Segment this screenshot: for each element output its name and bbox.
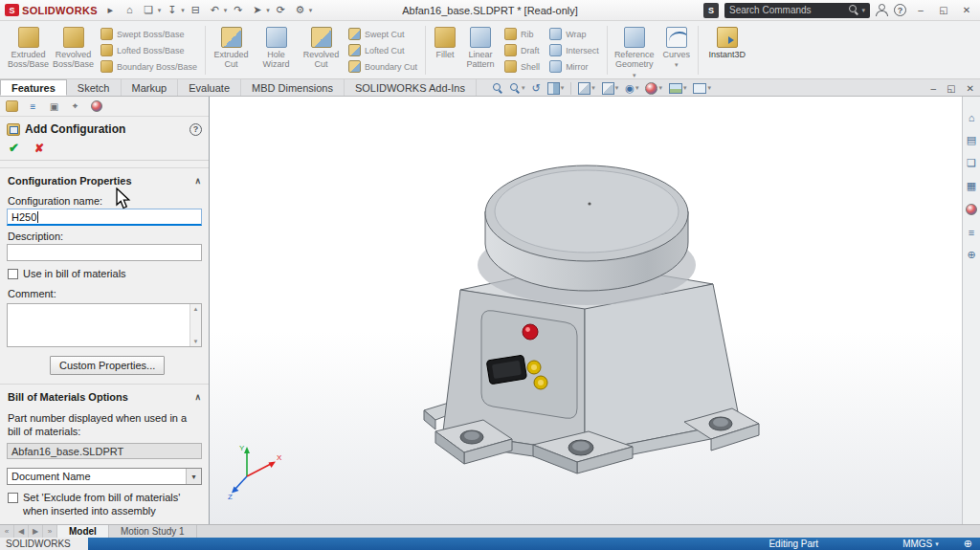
fillet-button[interactable]: Fillet (429, 23, 461, 77)
swept-cut-button[interactable]: Swept Cut (348, 28, 417, 40)
section-view-icon[interactable]: ▾ (547, 82, 565, 95)
dropdown-arrow-icon[interactable]: ▾ (186, 469, 201, 484)
section-bom-options[interactable]: Bill of Materials Options ∧ (0, 384, 209, 407)
tab-solidworks-addins[interactable]: SOLIDWORKS Add-Ins (345, 79, 477, 96)
display-manager-tab[interactable] (87, 99, 105, 114)
select-icon[interactable]: ➤ (249, 2, 265, 18)
use-in-bom-checkbox[interactable] (8, 269, 18, 279)
display-style-dropdown-icon[interactable]: ▾ (615, 84, 619, 92)
solidworks-forum-icon[interactable]: ⊕ (965, 248, 979, 262)
cancel-button[interactable]: ✘ (34, 142, 44, 155)
undo-dropdown-icon[interactable]: ▾ (224, 7, 228, 14)
tab-sketch[interactable]: Sketch (67, 79, 122, 96)
options-dropdown-icon[interactable]: ▾ (309, 7, 313, 14)
curves-button[interactable]: Curves ▾ (658, 23, 695, 77)
design-library-icon[interactable]: ▤ (965, 133, 979, 147)
use-in-bom-checkbox-row[interactable]: Use in bill of materials (0, 261, 209, 283)
print-icon[interactable]: ⊟ (188, 2, 204, 18)
description-input[interactable] (7, 244, 202, 261)
extruded-cut-button[interactable]: ExtrudedCut (209, 23, 254, 77)
first-tab-icon[interactable]: « (0, 525, 14, 538)
revolved-boss-base-button[interactable]: RevolvedBoss/Base (51, 23, 96, 77)
shell-button[interactable]: Shell (504, 60, 540, 73)
view-settings-dropdown-icon[interactable]: ▾ (707, 84, 711, 92)
mirror-button[interactable]: Mirror (549, 60, 599, 73)
wrap-button[interactable]: Wrap (549, 28, 599, 40)
intersect-button[interactable]: Intersect (549, 44, 599, 56)
tab-evaluate[interactable]: Evaluate (178, 79, 241, 96)
panel-help-icon[interactable]: ? (189, 123, 202, 136)
lofted-boss-base-button[interactable]: Lofted Boss/Base (100, 44, 197, 56)
draft-button[interactable]: Draft (504, 44, 540, 56)
exclude-bom-checkbox-row[interactable]: Set 'Exclude from bill of materials' whe… (0, 485, 209, 520)
instant3d-button[interactable]: Instant3D (702, 23, 753, 77)
rib-button[interactable]: Rib (504, 28, 540, 40)
search-dropdown-icon[interactable]: ▾ (861, 7, 865, 14)
boundary-cut-button[interactable]: Boundary Cut (348, 60, 417, 73)
comment-textarea[interactable]: ▲ ▼ (7, 303, 202, 347)
comment-scrollbar[interactable]: ▲ ▼ (189, 304, 201, 346)
globe-icon[interactable]: ⊕ (964, 539, 972, 549)
hide-show-dropdown-icon[interactable]: ▾ (635, 84, 639, 92)
hole-wizard-button[interactable]: HoleWizard (254, 23, 299, 77)
reference-geometry-dropdown-icon[interactable]: ▾ (633, 72, 636, 78)
reference-geometry-button[interactable]: ReferenceGeometry ▾ (611, 23, 658, 77)
undo-icon[interactable]: ↶ (207, 2, 223, 18)
linear-pattern-button[interactable]: LinearPattern (461, 23, 500, 77)
open-dropdown-icon[interactable]: ▾ (158, 7, 162, 14)
doc-minimize-icon[interactable]: – (931, 83, 937, 94)
close-window-icon[interactable]: ✕ (958, 2, 975, 19)
bom-source-dropdown[interactable]: Document Name ▾ (7, 468, 202, 485)
doc-restore-icon[interactable]: ◱ (947, 83, 955, 94)
motion-study-tab[interactable]: Motion Study 1 (109, 525, 197, 538)
user-account-icon[interactable] (876, 4, 888, 16)
boundary-boss-base-button[interactable]: Boundary Boss/Base (100, 60, 197, 73)
tab-markup[interactable]: Markup (122, 79, 179, 96)
part-model[interactable] (353, 144, 803, 498)
save-dropdown-icon[interactable]: ▾ (181, 7, 185, 14)
exclude-bom-checkbox[interactable] (8, 493, 18, 503)
previous-view-icon[interactable]: ↺ (532, 83, 541, 94)
previous-tab-icon[interactable]: ◀ (14, 525, 29, 538)
custom-properties-icon[interactable]: ≡ (965, 225, 979, 239)
restore-window-icon[interactable]: ◱ (935, 2, 952, 19)
rebuild-icon[interactable]: ⟳ (273, 2, 289, 18)
options-icon[interactable]: ⚙ (292, 2, 308, 18)
zoom-to-area-icon[interactable]: ▾ (510, 83, 525, 94)
last-tab-icon[interactable]: » (43, 525, 57, 538)
logo-expand-icon[interactable]: ▸ (102, 2, 119, 18)
tab-features[interactable]: Features (0, 79, 67, 96)
scroll-up-icon[interactable]: ▲ (193, 304, 199, 314)
feature-manager-tab[interactable] (3, 99, 21, 114)
view-settings-icon[interactable]: ▾ (693, 83, 711, 94)
section-configuration-properties[interactable]: Configuration Properties ∧ (0, 167, 209, 190)
appearance-dropdown-icon[interactable]: ▾ (658, 84, 662, 92)
lofted-cut-button[interactable]: Lofted Cut (348, 44, 417, 56)
search-app-icon[interactable]: S (703, 3, 719, 18)
file-explorer-icon[interactable]: ❏ (965, 156, 979, 170)
solidworks-resources-icon[interactable]: ⌂ (965, 110, 979, 124)
zoom-to-fit-icon[interactable] (493, 83, 503, 94)
graphics-area[interactable]: Y X Z (210, 97, 962, 524)
select-dropdown-icon[interactable]: ▾ (266, 7, 270, 14)
view-palette-icon[interactable]: ▦ (965, 179, 979, 193)
tab-mbd-dimensions[interactable]: MBD Dimensions (241, 79, 345, 96)
dimxpert-manager-tab[interactable]: ⌖ (66, 99, 84, 114)
minimize-window-icon[interactable]: – (912, 2, 929, 19)
zoom-dropdown-icon[interactable]: ▾ (522, 84, 525, 92)
next-tab-icon[interactable]: ▶ (29, 525, 43, 538)
open-icon[interactable]: ❏ (141, 2, 157, 18)
configuration-manager-tab[interactable]: ▣ (45, 99, 63, 114)
search-icon[interactable] (849, 5, 859, 15)
search-input[interactable]: Search Commands ▾ (724, 3, 870, 18)
extruded-boss-base-button[interactable]: ExtrudedBoss/Base (6, 23, 51, 77)
edit-appearance-icon[interactable]: ▾ (645, 82, 662, 95)
appearances-scenes-icon[interactable] (965, 202, 979, 216)
revolved-cut-button[interactable]: RevolvedCut (299, 23, 344, 77)
units-dropdown-icon[interactable]: ▾ (935, 540, 939, 548)
property-manager-tab[interactable]: ≡ (24, 99, 42, 114)
model-tab[interactable]: Model (57, 525, 109, 538)
collapse-section-icon[interactable]: ∧ (194, 392, 201, 402)
custom-properties-button[interactable]: Custom Properties... (50, 356, 165, 375)
collapse-section-icon[interactable]: ∧ (194, 176, 201, 186)
